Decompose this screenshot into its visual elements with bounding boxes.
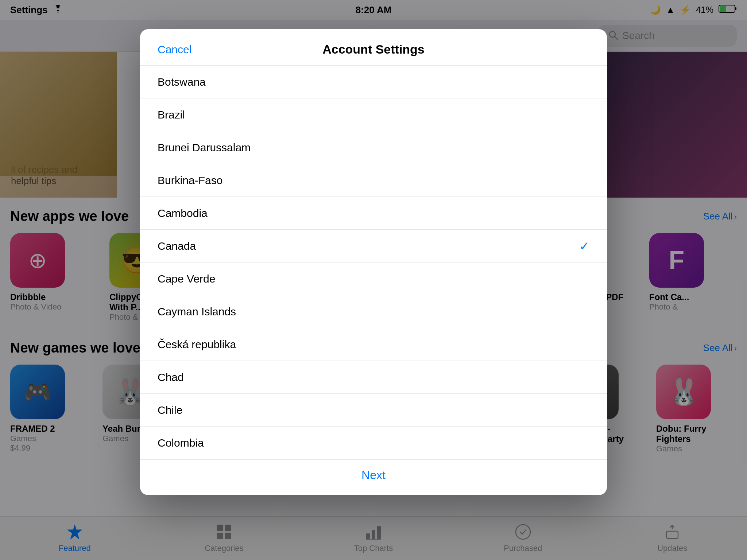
country-name: Cape Verde [158,273,215,285]
country-item[interactable]: Chad [140,361,607,394]
modal-title: Account Settings [322,42,425,57]
modal-cancel-button[interactable]: Cancel [158,43,191,56]
country-item[interactable]: Botswana [140,66,607,98]
modal-header: Cancel Account Settings [140,29,607,66]
country-name: Chad [158,371,184,384]
country-name: Chile [158,404,182,416]
country-item[interactable]: Chile [140,394,607,427]
country-item[interactable]: Colombia [140,427,607,459]
country-name: Cambodia [158,207,208,219]
country-item[interactable]: Brazil [140,98,607,131]
country-item[interactable]: Cape Verde [140,262,607,295]
account-settings-modal: Cancel Account Settings BotswanaBrazilBr… [140,29,607,495]
country-item[interactable]: Česká republika [140,328,607,361]
country-name: Brazil [158,109,185,121]
country-name: Česká republika [158,338,236,351]
country-item[interactable]: Burkina-Faso [140,164,607,197]
country-name: Canada [158,240,196,252]
country-name: Colombia [158,437,204,449]
country-item[interactable]: Cambodia [140,197,607,230]
selected-checkmark: ✓ [579,239,589,253]
modal-next-button[interactable]: Next [361,468,386,482]
modal-country-list[interactable]: BotswanaBrazilBrunei DarussalamBurkina-F… [140,66,607,459]
country-item[interactable]: Canada✓ [140,230,607,262]
country-item[interactable]: Brunei Darussalam [140,131,607,164]
country-item[interactable]: Cayman Islands [140,295,607,328]
modal-footer: Next [140,459,607,495]
country-name: Cayman Islands [158,306,236,318]
country-name: Burkina-Faso [158,174,222,187]
modal-overlay: Cancel Account Settings BotswanaBrazilBr… [0,0,747,560]
country-name: Brunei Darussalam [158,141,251,154]
country-name: Botswana [158,76,206,88]
